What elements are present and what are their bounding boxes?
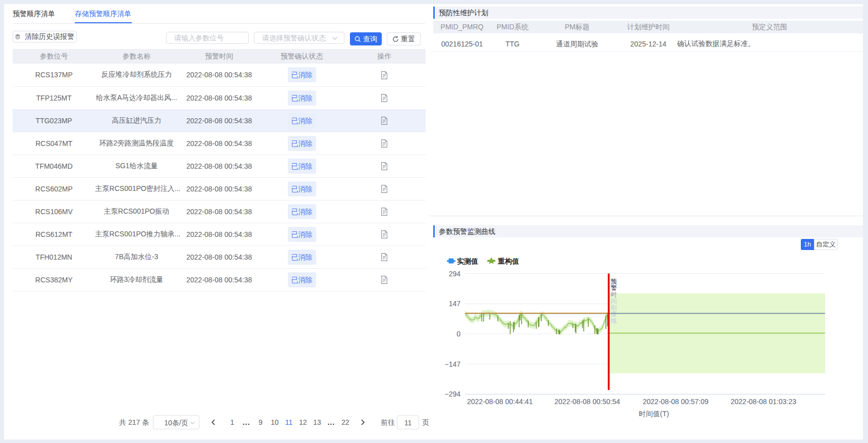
svg-text:度: 度 [611,311,617,318]
svg-text:间: 间 [611,298,617,305]
svg-text:2022-08-08 00:57:09: 2022-08-08 00:57:09 [643,398,708,406]
svg-text:2022-08-08 01:03:23: 2022-08-08 01:03:23 [731,398,796,406]
svg-text:294: 294 [449,270,461,278]
svg-text:时间值(T): 时间值(T) [639,410,669,418]
svg-text:0: 0 [456,330,461,338]
svg-text:2022-08-08 00:50:54: 2022-08-08 00:50:54 [554,398,620,406]
svg-text:预: 预 [611,278,617,285]
svg-text:刻: 刻 [611,304,617,311]
svg-text:2022-08-08 00:44:41: 2022-08-08 00:44:41 [467,398,533,406]
svg-text:警: 警 [611,284,617,291]
svg-text:时: 时 [611,291,617,298]
svg-text:−294: −294 [444,390,461,398]
svg-text:线: 线 [611,317,617,324]
svg-text:147: 147 [449,300,461,308]
svg-text:实测值: 实测值 [457,257,478,265]
svg-text:重构值: 重构值 [497,257,519,265]
svg-text:−147: −147 [444,360,461,368]
